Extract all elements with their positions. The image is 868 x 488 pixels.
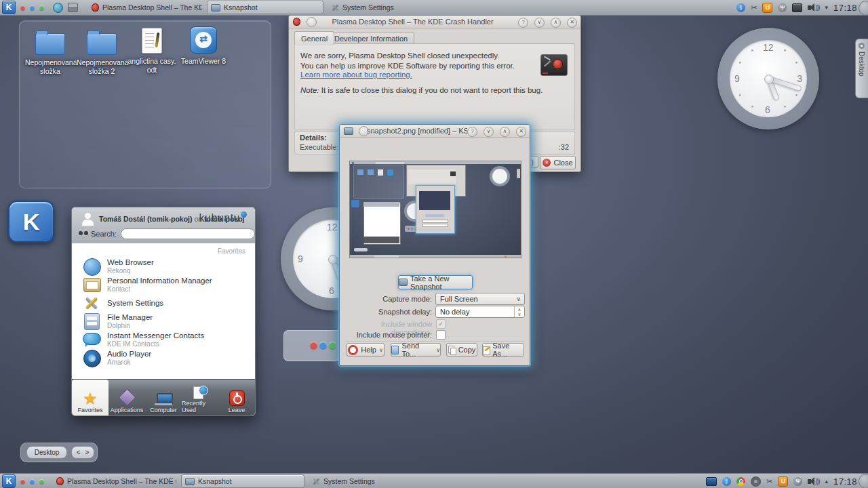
menu-item-im-contacts[interactable]: Instant Messenger Contacts KDE IM Contac… — [72, 331, 255, 349]
crashed-app-icon — [540, 54, 568, 76]
chrome-icon[interactable] — [736, 477, 745, 486]
help-window-button[interactable]: ? — [467, 127, 477, 137]
menu-item-file-manager[interactable]: File Manager Dolphin — [72, 312, 255, 331]
help-button[interactable]: Help ∨ — [347, 343, 384, 357]
volume-icon[interactable]: ))) — [808, 477, 819, 485]
help-window-button[interactable]: ? — [518, 18, 528, 28]
taskbar-item-crash-handler[interactable]: Plasma Desktop Shell – The KDE Crash Han… — [53, 475, 176, 487]
take-new-snapshot-button[interactable]: Take a New Snapshot — [398, 275, 473, 289]
desktop-icon-folder2[interactable]: Nepojmenovaná složka 2 — [77, 29, 127, 75]
tab-recently-used[interactable]: Recently Used — [182, 380, 218, 415]
printer-tray-icon[interactable] — [792, 3, 802, 12]
pager-desktop-button[interactable]: Desktop — [26, 446, 67, 459]
taskbar-item-ksnapshot[interactable]: Ksnapshot — [181, 474, 304, 488]
close-window-button[interactable]: ✕ — [567, 18, 577, 28]
search-input[interactable] — [121, 228, 255, 239]
kickoff-list: Favorites Web Browser Rekonq Personal In… — [72, 243, 255, 380]
klipper-scissors-icon[interactable]: ✂ — [766, 478, 772, 485]
preview-shape — [363, 237, 399, 243]
orange-tray-icon[interactable]: U — [778, 476, 788, 487]
tab-label: Computer — [150, 407, 177, 413]
preview-shape — [411, 228, 413, 230]
close-window-button[interactable]: ✕ — [516, 127, 526, 137]
digital-clock[interactable]: 17:18 — [833, 476, 857, 487]
desktop-side-tab[interactable]: Desktop — [855, 39, 868, 98]
minimize-window-button[interactable]: ∨ — [484, 127, 494, 137]
maximize-window-button[interactable]: ∧ — [551, 18, 561, 28]
include-pointer-label: Include mouse pointer: — [340, 331, 432, 339]
ksnapshot-titlebar[interactable]: snapshot2.png [modified] – KSnapshot <S>… — [340, 125, 530, 138]
folder-icon — [35, 33, 65, 55]
orange-tray-icon[interactable]: U — [762, 3, 772, 13]
desktop-icon-teamviewer[interactable]: TeamViewer 8 — [178, 26, 229, 66]
taskbar-item-crash-handler[interactable]: Plasma Desktop Shell – The KDE Crash H — [88, 1, 202, 14]
menu-item-web-browser[interactable]: Web Browser Rekonq — [72, 258, 255, 276]
tab-computer[interactable]: Computer — [145, 380, 182, 415]
taskbar-item-ksnapshot[interactable]: Ksnapshot — [207, 1, 323, 14]
tray-expand-icon[interactable]: ▾ — [825, 5, 828, 11]
capture-mode-select[interactable]: Full Screen ∨ — [435, 293, 525, 305]
round-tray-icon[interactable] — [751, 476, 761, 487]
include-pointer-checkbox[interactable] — [436, 330, 446, 340]
red-activity-dot[interactable] — [20, 5, 25, 10]
tab-general[interactable]: General — [294, 31, 334, 45]
tab-favorites[interactable]: ★ Favorites — [72, 380, 108, 415]
folder-view-widget[interactable]: Nepojmenovaná složka Nepojmenovaná složk… — [19, 20, 271, 188]
crash-titlebar[interactable]: Plasma Desktop Shell – The KDE Crash Han… — [289, 16, 580, 28]
panel-cashew-icon[interactable] — [859, 474, 868, 488]
green-activity-dot[interactable] — [39, 5, 44, 10]
copy-button[interactable]: Copy — [446, 343, 477, 357]
snapshot-delay-spinbox[interactable]: No delay ∧∨ — [435, 306, 525, 318]
volume-icon[interactable]: ))) — [808, 3, 819, 12]
tab-leave[interactable]: Leave — [218, 380, 255, 415]
blue-activity-dot[interactable] — [30, 479, 35, 484]
klipper-scissors-icon[interactable]: ✂ — [751, 4, 757, 12]
save-as-button[interactable]: Save As... — [482, 343, 524, 357]
quicklaunch-icon-2[interactable] — [68, 3, 78, 12]
kde-menu-icon[interactable]: K — [2, 1, 16, 14]
preview-shape — [425, 214, 444, 217]
pager-widget: Desktop < > — [20, 443, 98, 462]
analog-clock-widget-right[interactable]: 12 3 6 9 — [717, 28, 819, 129]
pager-nav-buttons[interactable]: < > — [71, 446, 94, 459]
taskbar-item-system-settings[interactable]: System Settings — [328, 1, 464, 14]
taskbar-item-system-settings[interactable]: System Settings — [309, 475, 445, 487]
bug-reporting-link[interactable]: Learn more about bug reporting. — [300, 70, 412, 79]
device-notifier-icon[interactable]: Ψ — [778, 3, 787, 12]
task-label: System Settings — [323, 477, 375, 485]
chevron-right-icon[interactable]: > — [85, 449, 90, 456]
quicklaunch-icon-1[interactable] — [53, 3, 63, 13]
bluetooth-icon[interactable]: ᛒ — [722, 477, 731, 486]
menu-item-audio-player[interactable]: Audio Player Amarok — [72, 349, 255, 367]
chevron-down-icon: ∨ — [516, 296, 521, 302]
device-notifier-icon[interactable]: Ψ — [793, 477, 802, 486]
bluetooth-icon[interactable]: ᛒ — [736, 3, 745, 12]
desktop-icon-folder1[interactable]: Nepojmenovaná složka — [25, 29, 75, 75]
green-activity-dot[interactable] — [39, 479, 44, 484]
maximize-window-button[interactable]: ∧ — [500, 127, 510, 137]
kde-launcher-button[interactable]: K — [8, 201, 54, 243]
snapshot-icon — [399, 279, 408, 286]
close-dialog-button[interactable]: ✕ Close — [540, 156, 576, 169]
desktop-icon-document[interactable]: anglictina casy. odt — [127, 26, 177, 74]
details-label: Details: — [300, 134, 327, 142]
minimize-window-button[interactable]: ∨ — [534, 18, 545, 28]
kde-menu-icon[interactable]: K — [2, 474, 16, 488]
tray-expand-icon[interactable]: ▴ — [825, 479, 828, 485]
menu-item-system-settings[interactable]: System Settings — [72, 294, 255, 312]
blue-activity-dot[interactable] — [30, 5, 35, 10]
display-tray-icon[interactable] — [706, 477, 717, 486]
digital-clock[interactable]: 17:18 — [833, 3, 857, 13]
chevron-left-icon[interactable]: < — [77, 449, 81, 456]
preview-shape — [422, 224, 448, 227]
menu-item-pim[interactable]: Personal Information Manager Kontact — [72, 276, 255, 294]
spin-arrows[interactable]: ∧∨ — [514, 306, 524, 317]
desktop-icon-label: TeamViewer 8 — [178, 57, 229, 66]
desktop-root: Nepojmenovaná složka Nepojmenovaná složk… — [0, 0, 868, 488]
window-title: Plasma Desktop Shell – The KDE Crash Han… — [309, 18, 516, 26]
tab-applications[interactable]: Applications — [108, 380, 145, 415]
search-label: Search: — [91, 230, 117, 238]
red-activity-dot[interactable] — [20, 479, 25, 484]
send-to-button[interactable]: Send To... ∨ — [391, 343, 441, 357]
include-decorations-checkbox: ✓ — [436, 319, 446, 329]
